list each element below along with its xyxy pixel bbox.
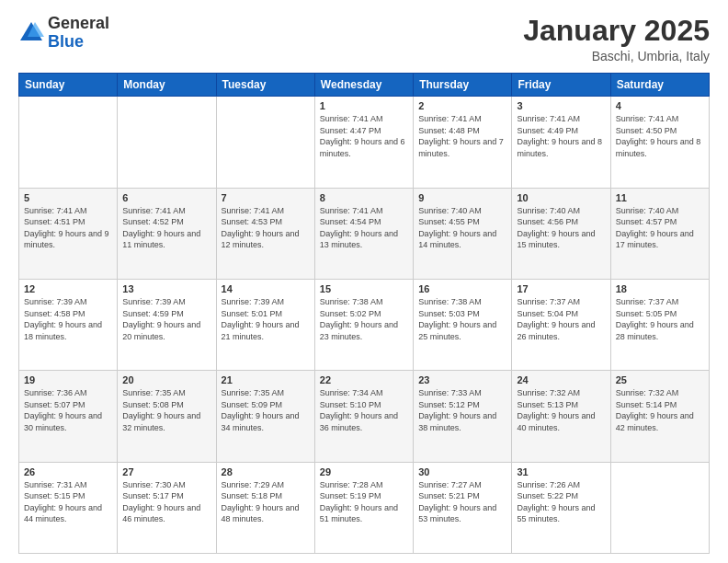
table-cell: 26Sunrise: 7:31 AM Sunset: 5:15 PM Dayli…: [19, 462, 118, 553]
table-cell: 23Sunrise: 7:33 AM Sunset: 5:12 PM Dayli…: [414, 371, 512, 462]
day-info: Sunrise: 7:37 AM Sunset: 5:04 PM Dayligh…: [517, 296, 605, 342]
day-info: Sunrise: 7:32 AM Sunset: 5:13 PM Dayligh…: [517, 387, 605, 433]
day-info: Sunrise: 7:39 AM Sunset: 4:58 PM Dayligh…: [24, 296, 112, 342]
day-info: Sunrise: 7:41 AM Sunset: 4:50 PM Dayligh…: [616, 113, 704, 159]
day-info: Sunrise: 7:36 AM Sunset: 5:07 PM Dayligh…: [24, 387, 112, 433]
day-number: 5: [24, 192, 112, 203]
day-info: Sunrise: 7:41 AM Sunset: 4:48 PM Dayligh…: [418, 113, 506, 159]
col-thursday: Thursday: [414, 74, 512, 97]
table-cell: 11Sunrise: 7:40 AM Sunset: 4:57 PM Dayli…: [610, 188, 709, 279]
day-info: Sunrise: 7:41 AM Sunset: 4:54 PM Dayligh…: [320, 205, 408, 251]
day-info: Sunrise: 7:27 AM Sunset: 5:21 PM Dayligh…: [418, 479, 506, 525]
table-cell: [216, 97, 314, 188]
day-info: Sunrise: 7:41 AM Sunset: 4:51 PM Dayligh…: [24, 205, 112, 251]
day-number: 22: [320, 374, 408, 385]
table-cell: 22Sunrise: 7:34 AM Sunset: 5:10 PM Dayli…: [314, 371, 413, 462]
day-number: 8: [320, 192, 408, 203]
day-info: Sunrise: 7:39 AM Sunset: 5:01 PM Dayligh…: [222, 296, 310, 342]
day-number: 24: [517, 374, 605, 385]
table-cell: 13Sunrise: 7:39 AM Sunset: 4:59 PM Dayli…: [118, 279, 216, 370]
col-sunday: Sunday: [19, 74, 118, 97]
table-cell: 28Sunrise: 7:29 AM Sunset: 5:18 PM Dayli…: [216, 462, 314, 553]
day-info: Sunrise: 7:33 AM Sunset: 5:12 PM Dayligh…: [418, 387, 506, 433]
day-number: 15: [320, 283, 408, 294]
table-cell: [118, 97, 216, 188]
day-info: Sunrise: 7:30 AM Sunset: 5:17 PM Dayligh…: [122, 479, 210, 525]
logo-blue: Blue: [48, 32, 84, 51]
location-title: Baschi, Umbria, Italy: [523, 49, 710, 63]
day-info: Sunrise: 7:40 AM Sunset: 4:55 PM Dayligh…: [418, 205, 506, 251]
day-number: 30: [418, 466, 506, 477]
day-number: 21: [222, 374, 310, 385]
table-cell: 6Sunrise: 7:41 AM Sunset: 4:52 PM Daylig…: [118, 188, 216, 279]
table-cell: 19Sunrise: 7:36 AM Sunset: 5:07 PM Dayli…: [19, 371, 118, 462]
day-number: 10: [517, 192, 605, 203]
calendar: Sunday Monday Tuesday Wednesday Thursday…: [18, 73, 710, 554]
day-info: Sunrise: 7:41 AM Sunset: 4:47 PM Dayligh…: [320, 113, 408, 159]
day-info: Sunrise: 7:34 AM Sunset: 5:10 PM Dayligh…: [320, 387, 408, 433]
logo-text: General Blue: [48, 15, 109, 52]
col-friday: Friday: [512, 74, 610, 97]
day-number: 11: [616, 192, 704, 203]
day-number: 20: [122, 374, 210, 385]
day-number: 12: [24, 283, 112, 294]
logo-general: General: [48, 14, 109, 32]
table-cell: 17Sunrise: 7:37 AM Sunset: 5:04 PM Dayli…: [512, 279, 610, 370]
day-info: Sunrise: 7:41 AM Sunset: 4:53 PM Dayligh…: [222, 205, 310, 251]
table-cell: 1Sunrise: 7:41 AM Sunset: 4:47 PM Daylig…: [314, 97, 413, 188]
calendar-week-row: 5Sunrise: 7:41 AM Sunset: 4:51 PM Daylig…: [19, 188, 710, 279]
table-cell: [610, 462, 709, 553]
day-number: 17: [517, 283, 605, 294]
day-number: 16: [418, 283, 506, 294]
table-cell: 18Sunrise: 7:37 AM Sunset: 5:05 PM Dayli…: [610, 279, 709, 370]
day-info: Sunrise: 7:32 AM Sunset: 5:14 PM Dayligh…: [616, 387, 704, 433]
calendar-header-row: Sunday Monday Tuesday Wednesday Thursday…: [19, 74, 710, 97]
table-cell: 24Sunrise: 7:32 AM Sunset: 5:13 PM Dayli…: [512, 371, 610, 462]
logo-icon: [18, 20, 44, 46]
calendar-week-row: 26Sunrise: 7:31 AM Sunset: 5:15 PM Dayli…: [19, 462, 710, 553]
table-cell: 12Sunrise: 7:39 AM Sunset: 4:58 PM Dayli…: [19, 279, 118, 370]
table-cell: 3Sunrise: 7:41 AM Sunset: 4:49 PM Daylig…: [512, 97, 610, 188]
calendar-week-row: 12Sunrise: 7:39 AM Sunset: 4:58 PM Dayli…: [19, 279, 710, 370]
day-info: Sunrise: 7:35 AM Sunset: 5:09 PM Dayligh…: [222, 387, 310, 433]
day-number: 23: [418, 374, 506, 385]
day-info: Sunrise: 7:26 AM Sunset: 5:22 PM Dayligh…: [517, 479, 605, 525]
day-info: Sunrise: 7:28 AM Sunset: 5:19 PM Dayligh…: [320, 479, 408, 525]
table-cell: 7Sunrise: 7:41 AM Sunset: 4:53 PM Daylig…: [216, 188, 314, 279]
calendar-week-row: 1Sunrise: 7:41 AM Sunset: 4:47 PM Daylig…: [19, 97, 710, 188]
day-info: Sunrise: 7:38 AM Sunset: 5:03 PM Dayligh…: [418, 296, 506, 342]
calendar-week-row: 19Sunrise: 7:36 AM Sunset: 5:07 PM Dayli…: [19, 371, 710, 462]
table-cell: 15Sunrise: 7:38 AM Sunset: 5:02 PM Dayli…: [314, 279, 413, 370]
day-number: 13: [122, 283, 210, 294]
day-info: Sunrise: 7:39 AM Sunset: 4:59 PM Dayligh…: [122, 296, 210, 342]
table-cell: 31Sunrise: 7:26 AM Sunset: 5:22 PM Dayli…: [512, 462, 610, 553]
title-block: January 2025 Baschi, Umbria, Italy: [523, 15, 710, 63]
day-number: 1: [320, 100, 408, 111]
table-cell: 14Sunrise: 7:39 AM Sunset: 5:01 PM Dayli…: [216, 279, 314, 370]
day-info: Sunrise: 7:29 AM Sunset: 5:18 PM Dayligh…: [222, 479, 310, 525]
table-cell: 9Sunrise: 7:40 AM Sunset: 4:55 PM Daylig…: [414, 188, 512, 279]
day-number: 18: [616, 283, 704, 294]
day-number: 4: [616, 100, 704, 111]
day-number: 9: [418, 192, 506, 203]
day-number: 19: [24, 374, 112, 385]
day-number: 29: [320, 466, 408, 477]
table-cell: [19, 97, 118, 188]
table-cell: 21Sunrise: 7:35 AM Sunset: 5:09 PM Dayli…: [216, 371, 314, 462]
col-saturday: Saturday: [610, 74, 709, 97]
day-number: 25: [616, 374, 704, 385]
col-monday: Monday: [118, 74, 216, 97]
table-cell: 16Sunrise: 7:38 AM Sunset: 5:03 PM Dayli…: [414, 279, 512, 370]
header: General Blue January 2025 Baschi, Umbria…: [18, 15, 710, 63]
logo: General Blue: [18, 15, 109, 52]
table-cell: 20Sunrise: 7:35 AM Sunset: 5:08 PM Dayli…: [118, 371, 216, 462]
day-number: 14: [222, 283, 310, 294]
table-cell: 2Sunrise: 7:41 AM Sunset: 4:48 PM Daylig…: [414, 97, 512, 188]
day-info: Sunrise: 7:38 AM Sunset: 5:02 PM Dayligh…: [320, 296, 408, 342]
col-wednesday: Wednesday: [314, 74, 413, 97]
day-info: Sunrise: 7:40 AM Sunset: 4:56 PM Dayligh…: [517, 205, 605, 251]
table-cell: 4Sunrise: 7:41 AM Sunset: 4:50 PM Daylig…: [610, 97, 709, 188]
day-info: Sunrise: 7:41 AM Sunset: 4:49 PM Dayligh…: [517, 113, 605, 159]
day-number: 3: [517, 100, 605, 111]
day-number: 31: [517, 466, 605, 477]
